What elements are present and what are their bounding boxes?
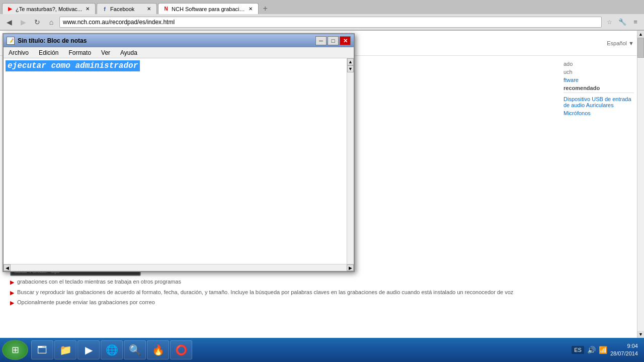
tab-favicon-youtube: ▶ <box>7 6 14 13</box>
notepad-menu-formato[interactable]: Formato <box>63 47 96 58</box>
home-button[interactable]: ⌂ <box>45 16 57 28</box>
tab-favicon-facebook: f <box>101 6 108 13</box>
notepad-scroll-left[interactable]: ◀ <box>4 264 11 271</box>
notepad-horizontal-scrollbar[interactable]: ◀ ▶ <box>4 264 354 271</box>
taskbar-button-search[interactable]: 🔍 <box>124 340 146 359</box>
taskbar-button-app[interactable]: ⭕ <box>170 340 192 359</box>
taskbar-button-chrome[interactable]: 🌐 <box>101 340 123 359</box>
taskbar-button-explorer[interactable]: 🗔 <box>31 340 53 359</box>
sidebar-label-ado: ado <box>564 61 634 67</box>
notepad-window: 📝 Sin título: Bloc de notas ─ □ ✕ Archiv… <box>3 33 355 272</box>
bottom-feature-1: ▶ grabaciones con el teclado mientras se… <box>10 278 553 286</box>
bullet-arrow-2: ▶ <box>10 289 14 297</box>
browser-chrome: ▶ ¿Te masturbas?, Motivac... ✕ f Faceboo… <box>0 0 644 31</box>
sidebar-item-usb[interactable]: Dispositivo USB de entrada de audio Auri… <box>564 96 634 108</box>
bookmark-button[interactable]: ☆ <box>604 17 615 28</box>
notepad-selected-text: ejecutar como administrador <box>6 60 140 71</box>
extensions-button[interactable]: 🔧 <box>617 17 628 28</box>
notepad-vertical-scrollbar[interactable]: ▲ ▼ <box>347 58 354 264</box>
tab-bar: ▶ ¿Te masturbas?, Motivac... ✕ f Faceboo… <box>0 0 644 14</box>
nch-header-right: Español ▼ <box>607 40 634 46</box>
nav-bar: ◀ ▶ ↻ ⌂ www.nch.com.au/recordpad/es/inde… <box>0 14 644 30</box>
taskbar-button-filemanager[interactable]: 📁 <box>54 340 76 359</box>
notepad-content-area: ejecutar como administrador ▲ ▼ ◀ ▶ <box>4 58 354 271</box>
notepad-text-area[interactable]: ejecutar como administrador <box>4 58 354 264</box>
speaker-icon[interactable]: 🔊 <box>587 346 596 354</box>
start-button[interactable]: ⊞ <box>2 340 28 360</box>
notepad-scroll-track-h[interactable] <box>11 264 347 271</box>
bottom-feature-text-2: Buscar y reproducir las grabaciones de a… <box>17 289 513 296</box>
sidebar-recommended-title: recomendado <box>564 85 634 93</box>
notepad-app-icon: 📝 <box>7 37 15 45</box>
notepad-scroll-right[interactable]: ▶ <box>347 264 354 271</box>
language-selector[interactable]: Español ▼ <box>607 40 634 46</box>
notepad-maximize-button[interactable]: □ <box>328 36 339 45</box>
tab-title-nch: NCH Software para grabación ... <box>172 6 245 12</box>
tab-close-nch[interactable]: ✕ <box>247 6 254 13</box>
tab-title-facebook: Facebook <box>110 6 143 12</box>
language-indicator[interactable]: ES <box>572 346 584 354</box>
systray-time-text: 9:04 <box>610 342 638 350</box>
notepad-title: Sin título: Bloc de notas <box>18 37 315 44</box>
tab-close-facebook[interactable]: ✕ <box>145 6 152 13</box>
back-button[interactable]: ◀ <box>3 16 15 28</box>
address-text: www.nch.com.au/recordpad/es/index.html <box>63 19 175 26</box>
scroll-thumb[interactable] <box>637 38 644 58</box>
systray-clock: 9:04 28/07/2014 <box>610 342 638 358</box>
sidebar-item-microfonos[interactable]: Micrófonos <box>564 110 634 116</box>
toolbar-extra: 🔧 ≡ <box>617 17 641 28</box>
bottom-feature-2: ▶ Buscar y reproducir las grabaciones de… <box>10 289 553 297</box>
bottom-feature-text-1: grabaciones con el teclado mientras se t… <box>17 278 181 286</box>
notepad-menu-ayuda[interactable]: Ayuda <box>115 47 142 58</box>
tab-youtube[interactable]: ▶ ¿Te masturbas?, Motivac... ✕ <box>2 3 96 14</box>
browser-window: ▶ ¿Te masturbas?, Motivac... ✕ f Faceboo… <box>0 0 644 338</box>
menu-button[interactable]: ≡ <box>630 17 641 28</box>
sidebar-label-touch: uch <box>564 69 634 75</box>
sidebar-link-software[interactable]: ftware <box>564 77 634 83</box>
notepad-menu-bar: Archivo Edición Formato Ver Ayuda <box>4 47 354 58</box>
bullet-arrow-3: ▶ <box>10 299 14 307</box>
bottom-features: ▶ grabaciones con el teclado mientras se… <box>10 278 553 307</box>
notepad-minimize-button[interactable]: ─ <box>315 36 327 45</box>
systray: ES 🔊 📶 9:04 28/07/2014 <box>568 342 642 358</box>
scroll-track[interactable] <box>637 38 644 331</box>
reload-button[interactable]: ↻ <box>31 16 43 28</box>
notepad-close-button[interactable]: ✕ <box>340 36 351 45</box>
notepad-window-controls: ─ □ ✕ <box>315 36 351 45</box>
notepad-menu-archivo[interactable]: Archivo <box>4 47 34 58</box>
bottom-feature-text-3: Opcionalmente puede enviar las grabacion… <box>17 299 155 306</box>
notepad-title-bar[interactable]: 📝 Sin título: Bloc de notas ─ □ ✕ <box>4 34 354 47</box>
forward-button[interactable]: ▶ <box>17 16 29 28</box>
tab-nch[interactable]: N NCH Software para grabación ... ✕ <box>158 3 259 14</box>
notepad-scroll-up[interactable]: ▲ <box>347 58 354 65</box>
tab-facebook[interactable]: f Facebook ✕ <box>97 3 157 14</box>
systray-date-text: 28/07/2014 <box>610 350 638 357</box>
right-sidebar: ado uch ftware recomendado Dispositivo U… <box>564 61 634 309</box>
browser-content: NCH Software Español ▼ Record sonido Gra… <box>0 31 644 338</box>
bullet-arrow-1: ▶ <box>10 279 14 286</box>
notepad-menu-edicion[interactable]: Edición <box>34 47 63 58</box>
network-icon[interactable]: 📶 <box>599 346 607 354</box>
taskbar-button-firefox[interactable]: 🔥 <box>147 340 169 359</box>
notepad-menu-ver[interactable]: Ver <box>96 47 115 58</box>
notepad-scroll-down[interactable]: ▼ <box>347 65 354 72</box>
taskbar: ⊞ 🗔 📁 ▶ 🌐 🔍 🔥 ⭕ ES 🔊 📶 9:04 28/07/2014 <box>0 338 644 362</box>
bottom-feature-3: ▶ Opcionalmente puede enviar las grabaci… <box>10 299 553 307</box>
scroll-up-arrow[interactable]: ▲ <box>637 31 644 38</box>
address-bar[interactable]: www.nch.com.au/recordpad/es/index.html <box>59 17 602 28</box>
tab-favicon-nch: N <box>163 6 170 13</box>
browser-scrollbar[interactable]: ▲ ▼ <box>637 31 644 338</box>
tab-close-youtube[interactable]: ✕ <box>84 6 91 13</box>
taskbar-button-mediaplayer[interactable]: ▶ <box>77 340 100 359</box>
scroll-down-arrow[interactable]: ▼ <box>637 331 644 338</box>
new-tab-button[interactable]: + <box>260 3 271 14</box>
tab-title-youtube: ¿Te masturbas?, Motivac... <box>16 6 82 12</box>
